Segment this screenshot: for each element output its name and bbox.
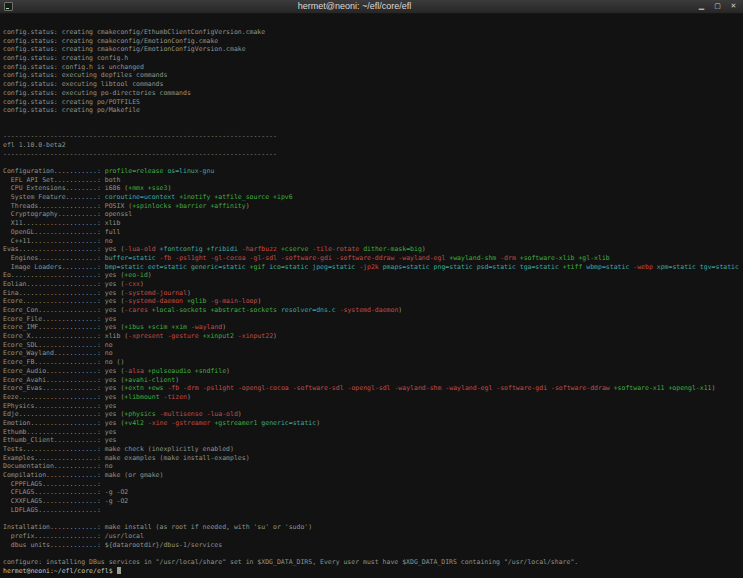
- terminal-line: Engines...............: buffer=static -f…: [3, 254, 741, 263]
- terminal-text-segment: -wayland-egl: [445, 384, 492, 392]
- terminal-text-segment: -lua-old: [124, 245, 155, 253]
- close-button[interactable]: ✕: [728, 1, 739, 12]
- terminal-text-segment: +gif: [250, 263, 266, 271]
- terminal-cursor: [117, 567, 121, 574]
- terminal-text-segment: X11...................:: [3, 219, 105, 227]
- terminal-text-segment: no: [105, 349, 113, 357]
- minimize-button[interactable]: ▁: [696, 1, 707, 12]
- terminal-text-segment: config.status: creating cmakeconfig/Emot…: [3, 37, 218, 45]
- terminal-text-segment: tga=static: [520, 263, 559, 271]
- terminal-text-segment: -fb: [167, 384, 179, 392]
- terminal-text-segment: both: [105, 176, 121, 184]
- terminal-line: Ecore_Wayland...........: no: [3, 349, 741, 358]
- terminal-text-segment: CXXFLAGS..............:: [3, 497, 105, 505]
- terminal-text-segment: CPU Extensions........:: [3, 184, 105, 192]
- terminal-line: config.status: executing depfiles comman…: [3, 71, 741, 80]
- terminal-text-segment: LDFLAGS...............:: [3, 506, 105, 514]
- terminal-line: [3, 115, 741, 124]
- terminal-line: Documentation...........: no: [3, 462, 741, 471]
- terminal-text-segment: yes (: [105, 323, 125, 331]
- terminal-text-segment: yes (: [105, 271, 125, 279]
- terminal-text-segment: -xine: [148, 419, 168, 427]
- terminal-text-segment: +glib: [187, 297, 207, 305]
- maximize-button[interactable]: ▢: [712, 1, 723, 12]
- terminal-line: hermet@neoni:~/efl/core/efl$: [3, 567, 741, 576]
- terminal-text-segment: ): [422, 245, 426, 253]
- terminal-text-segment: make examples (make install-examples): [105, 454, 250, 462]
- terminal-text-segment: ): [316, 419, 320, 427]
- terminal-text-segment: Eeze....................:: [3, 393, 105, 401]
- terminal-text-segment: ): [226, 367, 230, 375]
- terminal-text-segment: config.status: executing libtool command…: [3, 80, 163, 88]
- terminal-line: ----------------------------------------…: [3, 150, 741, 159]
- terminal-text-segment: Ecore...................:: [3, 297, 105, 305]
- terminal-text-segment: ): [246, 202, 250, 210]
- terminal-text-segment: Ecore_Evas..............:: [3, 384, 105, 392]
- terminal-text-segment: make install (as root if needed, with 's…: [105, 523, 312, 531]
- terminal-line: Eina....................: yes (-systemd-…: [3, 289, 741, 298]
- terminal-text-segment: yes (: [105, 393, 125, 401]
- terminal-text-segment: -cares: [124, 306, 147, 314]
- terminal-text-segment: Evas....................:: [3, 245, 105, 253]
- terminal-screen[interactable]: config.status: creating cmakeconfig/Ethu…: [0, 14, 743, 578]
- terminal-text-segment: Ecore_FB................:: [3, 358, 105, 366]
- terminal-line: CPPFLAGS..............:: [3, 480, 741, 489]
- terminal-line: Examples................: make examples …: [3, 454, 741, 463]
- terminal-line: Eeze....................: yes (+libmount…: [3, 393, 741, 402]
- terminal-text-segment: config.status: executing po-directories …: [3, 89, 191, 97]
- terminal-text-segment: yes: [105, 436, 117, 444]
- terminal-line: efl 1.10.0-beta2: [3, 141, 741, 150]
- terminal-text-segment: Cryptography..........:: [3, 210, 105, 218]
- terminal-line: Eolian..................: yes (-cxx): [3, 280, 741, 289]
- terminal-line: Ecore_Avahi.............: yes (+avahi-cl…: [3, 376, 741, 385]
- terminal-text-segment: config.status: creating cmakeconfig/Ethu…: [3, 28, 265, 36]
- terminal-text-segment: +gstreamer1: [214, 419, 257, 427]
- terminal-text-segment: Eolian..................:: [3, 280, 105, 288]
- terminal-text-segment: EFL API Set...........:: [3, 176, 105, 184]
- terminal-line: Image Loaders.........: bmp=static eet=s…: [3, 263, 741, 272]
- terminal-line: EPhysics................: yes: [3, 402, 741, 411]
- terminal-line: Threads...............: POSIX (+spinlock…: [3, 202, 741, 211]
- terminal-text-segment: ): [257, 297, 261, 305]
- terminal-text-segment: +xim: [171, 323, 187, 331]
- terminal-line: Ecore_File..............: yes: [3, 315, 741, 324]
- terminal-text-segment: -wayland-shm: [394, 384, 441, 392]
- terminal-text-segment: Ecore_SDL...............:: [3, 341, 105, 349]
- terminal-text-segment: resolver=dns.c: [281, 306, 336, 314]
- terminal-text-segment: -psl1ght: [203, 384, 234, 392]
- terminal-text-segment: +ipv6: [273, 193, 293, 201]
- terminal-text-segment: CFLAGS................:: [3, 488, 105, 496]
- terminal-text-segment: dither-mask=big: [363, 245, 422, 253]
- terminal-text-segment: Emotion.................:: [3, 419, 105, 427]
- terminal-text-segment: yes (: [105, 367, 125, 375]
- terminal-text-segment: CPPFLAGS..............:: [3, 480, 105, 488]
- terminal-line: X11...................: xlib: [3, 219, 741, 228]
- terminal-text-segment: Engines...............:: [3, 254, 105, 262]
- terminal-text-segment: make (or gmake): [105, 471, 164, 479]
- terminal-text-segment: ): [712, 384, 716, 392]
- terminal-text-segment: wbmp=static: [586, 263, 629, 271]
- terminal-line: CFLAGS................: -g -O2: [3, 488, 741, 497]
- terminal-text-segment: Image Loaders.........:: [3, 263, 105, 271]
- terminal-text-segment: -opengl-sdl: [347, 384, 390, 392]
- terminal-text-segment: Edje....................:: [3, 410, 105, 418]
- terminal-line: System Feature........: coroutine=uconte…: [3, 193, 741, 202]
- terminal-line: config.status: creating po/Makefile: [3, 106, 741, 115]
- terminal-text-segment: ): [187, 289, 191, 297]
- terminal-text-segment: -wayland: [191, 323, 222, 331]
- terminal-text-segment: png=static: [434, 263, 473, 271]
- terminal-text-segment: -systemd-daemon: [340, 306, 399, 314]
- titlebar[interactable]: hermet@neoni: ~/efl/core/efl ▁ ▢ ✕: [0, 0, 743, 14]
- terminal-text-segment: ): [238, 410, 242, 418]
- terminal-text-segment: -harfbuzz: [242, 245, 277, 253]
- terminal-line: Eo......................: yes (+eo-id): [3, 271, 741, 280]
- terminal-text-segment: jpeg=static: [312, 263, 355, 271]
- terminal-text-segment: Eina....................:: [3, 289, 105, 297]
- terminal-text-segment: yes (: [105, 376, 125, 384]
- terminal-text-segment: Ecore_Con...............:: [3, 306, 105, 314]
- terminal-text-segment: -webp: [633, 263, 653, 271]
- terminal-text-segment: Ethumb..................:: [3, 428, 105, 436]
- terminal-text-segment: -systemd-daemon: [124, 297, 183, 305]
- terminal-text-segment: -alsa: [124, 367, 144, 375]
- terminal-text-segment: xpm=static: [657, 263, 696, 271]
